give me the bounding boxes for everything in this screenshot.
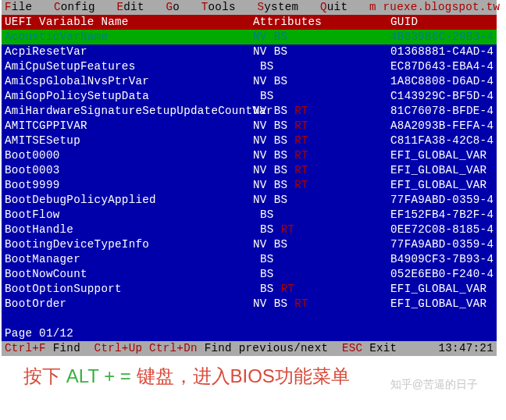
menu-item-tools[interactable]: Tools [201, 1, 236, 13]
cell-attributes: NVBS [253, 30, 390, 44]
cell-attributes: BS [253, 267, 390, 282]
cell-name: BootFlow [5, 208, 253, 222]
header-guid: GUID [390, 15, 494, 30]
menu-item-edit[interactable]: Edit [116, 1, 144, 13]
cell-attributes: BSRT [253, 282, 390, 297]
cell-guid: 81C76078-BFDE-4368 [390, 104, 494, 119]
table-row[interactable]: Boot9999NVBSRTEFI_GLOBAL_VAR [2, 178, 497, 193]
cell-attributes: BS [253, 252, 390, 267]
updown-label: Find previous/next [198, 341, 342, 356]
cell-name: BootManager [5, 252, 253, 267]
cell-guid: 0EE72C08-8185-427A [390, 222, 494, 237]
menu-item-quit[interactable]: Quit [320, 1, 347, 13]
status-bar: Ctrl+F Find Ctrl+Up Ctrl+Dn Find previou… [2, 341, 497, 356]
updown-key: Ctrl+Up Ctrl+Dn [94, 341, 198, 356]
table-row[interactable]: AMITSESetupNVBSRTC811FA38-42C8-4579 [2, 133, 497, 148]
cell-guid: C811FA38-42C8-4579 [390, 133, 494, 148]
table-row[interactable]: BootDebugPolicyAppliedNVBS77FA9ABD-0359-… [2, 193, 497, 208]
caption-text: 按下 ALT + = 键盘，进入BIOS功能菜单 知乎@苦逼的日子 [0, 356, 506, 401]
esc-key: ESC [342, 341, 362, 356]
menu-item-file[interactable]: File [5, 1, 32, 13]
cell-guid: B4909CF3-7B93-4751 [390, 252, 494, 267]
cell-attributes: NVBSRT [253, 178, 390, 193]
cell-guid: EF152FB4-7B2F-427D [390, 208, 494, 222]
cell-name: AmiCspGlobalNvsPtrVar [5, 74, 253, 89]
cell-name: AMITCGPPIVAR [5, 119, 253, 133]
cell-guid: EFI_GLOBAL_VAR [390, 148, 494, 163]
table-row[interactable]: BootFlow BSEF152FB4-7B2F-427D [2, 208, 497, 222]
table-row[interactable]: AmiGopPolicySetupData BSC143929C-BF5D-42… [2, 89, 497, 104]
table-row[interactable]: BootManager BSB4909CF3-7B93-4751 [2, 252, 497, 267]
cell-name: AcpiResetVar [5, 44, 253, 59]
menu-item-system[interactable]: System [257, 1, 298, 13]
cell-name: BootOrder [5, 297, 253, 311]
table-header: UEFI Variable Name Attributes GUID [2, 15, 497, 30]
table-body: AcousticVarNameNVBS4B63986C-20B3-49C6Acp… [2, 30, 497, 311]
header-name: UEFI Variable Name [5, 15, 253, 30]
cell-name: Boot0000 [5, 148, 253, 163]
cell-name: BootOptionSupport [5, 282, 253, 297]
cell-attributes: NVBSRT [253, 297, 390, 311]
cell-name: BootNowCount [5, 267, 253, 282]
cell-guid: 01368881-C4AD-4B1D [390, 44, 494, 59]
cell-guid: EFI_GLOBAL_VAR [390, 282, 494, 297]
cell-attributes: NVBSRT [253, 148, 390, 163]
table-row[interactable]: Boot0000NVBSRTEFI_GLOBAL_VAR [2, 148, 497, 163]
cell-name: AmiHardwareSignatureSetupUpdateCountVar [5, 104, 253, 119]
cell-guid: EC87D643-EBA4-4BB5 [390, 59, 494, 74]
cell-attributes: NVBS [253, 237, 390, 252]
table-row[interactable]: BootOrderNVBSRTEFI_GLOBAL_VAR [2, 297, 497, 311]
cell-attributes: NVBS [253, 193, 390, 208]
table-row[interactable]: BootNowCount BS052E6EB0-F240-42C5 [2, 267, 497, 282]
menu-item-config[interactable]: Config [54, 1, 95, 13]
cell-name: Boot0003 [5, 163, 253, 178]
cell-attributes: NVBS [253, 74, 390, 89]
cell-name: AmiGopPolicySetupData [5, 89, 253, 104]
cell-guid: 1A8C8808-D6AD-46B3 [390, 74, 494, 89]
cell-attributes: NVBS [253, 44, 390, 59]
cell-name: BootHandle [5, 222, 253, 237]
cell-guid: 77FA9ABD-0359-4D32 [390, 237, 494, 252]
find-key: Ctrl+F [5, 341, 46, 356]
clock: 13:47:21 [438, 341, 494, 356]
cell-attributes: BSRT [253, 222, 390, 237]
cell-name: Boot9999 [5, 178, 253, 193]
menu-bar[interactable]: File Config Edit Go Tools System Quit m … [2, 0, 497, 15]
find-label: Find [46, 341, 94, 356]
terminal-screen: File Config Edit Go Tools System Quit m … [2, 0, 497, 356]
cell-attributes: BS [253, 89, 390, 104]
cell-guid: 4B63986C-20B3-49C6 [390, 30, 494, 44]
cell-attributes: NVBSRT [253, 104, 390, 119]
cell-attributes: BS [253, 208, 390, 222]
cell-name: BootDebugPolicyApplied [5, 193, 253, 208]
table-row[interactable]: AcpiResetVarNVBS01368881-C4AD-4B1D [2, 44, 497, 59]
table-row[interactable]: BootOptionSupport BSRTEFI_GLOBAL_VAR [2, 282, 497, 297]
cell-name: AMITSESetup [5, 133, 253, 148]
cell-name: BootingDeviceTypeInfo [5, 237, 253, 252]
table-row[interactable]: AmiHardwareSignatureSetupUpdateCountVarN… [2, 104, 497, 119]
cell-guid: EFI_GLOBAL_VAR [390, 178, 494, 193]
blog-url: m ruexe.blogspot.tw [369, 0, 500, 15]
cell-attributes: NVBSRT [253, 133, 390, 148]
cell-guid: EFI_GLOBAL_VAR [390, 163, 494, 178]
cell-name: AcousticVarName [5, 30, 253, 44]
menu-item-go[interactable]: Go [166, 1, 180, 13]
table-row[interactable]: BootingDeviceTypeInfoNVBS77FA9ABD-0359-4… [2, 237, 497, 252]
table-row[interactable]: AmiCpuSetupFeatures BSEC87D643-EBA4-4BB5 [2, 59, 497, 74]
cell-guid: A8A2093B-FEFA-43C1 [390, 119, 494, 133]
cell-guid: 052E6EB0-F240-42C5 [390, 267, 494, 282]
cell-guid: 77FA9ABD-0359-4D32 [390, 193, 494, 208]
page-indicator: Page 01/12 [2, 326, 497, 341]
cell-guid: C143929C-BF5D-423B [390, 89, 494, 104]
table-row[interactable]: Boot0003NVBSRTEFI_GLOBAL_VAR [2, 163, 497, 178]
header-attributes: Attributes [253, 15, 390, 30]
watermark: 知乎@苦逼的日子 [390, 378, 478, 392]
cell-attributes: NVBSRT [253, 119, 390, 133]
table-row[interactable]: AcousticVarNameNVBS4B63986C-20B3-49C6 [2, 30, 497, 44]
table-row[interactable]: BootHandle BSRT0EE72C08-8185-427A [2, 222, 497, 237]
cell-attributes: NVBSRT [253, 163, 390, 178]
cell-name: AmiCpuSetupFeatures [5, 59, 253, 74]
cell-guid: EFI_GLOBAL_VAR [390, 297, 494, 311]
table-row[interactable]: AmiCspGlobalNvsPtrVarNVBS1A8C8808-D6AD-4… [2, 74, 497, 89]
table-row[interactable]: AMITCGPPIVARNVBSRTA8A2093B-FEFA-43C1 [2, 119, 497, 133]
